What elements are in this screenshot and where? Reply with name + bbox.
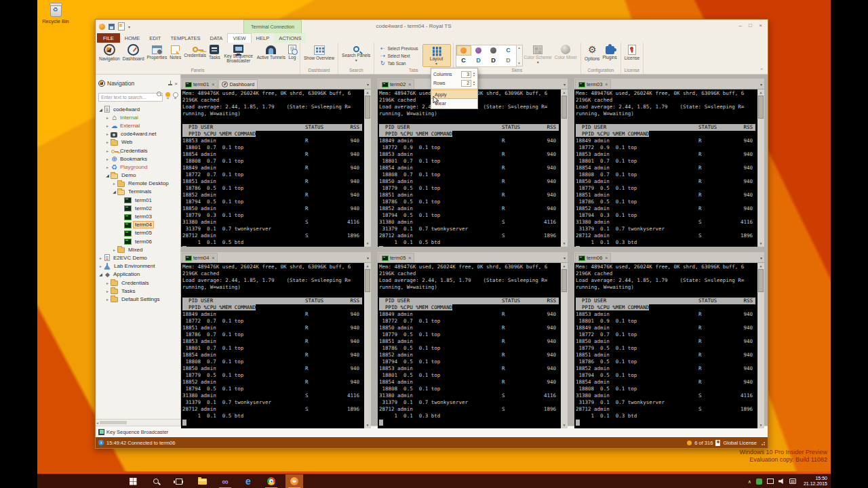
ribbon-tab-home[interactable]: HOME	[120, 33, 145, 43]
skin-swatch-6[interactable]: D	[472, 56, 486, 65]
tree-item-remote-desktop[interactable]: ▸Remote Desktop	[96, 180, 180, 188]
save-icon[interactable]	[108, 24, 115, 30]
expander-icon[interactable]: ▸	[104, 281, 111, 285]
tab-term05[interactable]: term05×	[378, 253, 414, 262]
tree-item-term04[interactable]: term04	[96, 221, 180, 229]
expander-icon[interactable]: ◢	[98, 107, 104, 112]
layout-button[interactable]: Layout ▾	[422, 44, 451, 67]
scroll-thumb[interactable]	[561, 96, 567, 119]
expander-icon[interactable]: ▸	[104, 165, 111, 169]
color-scheme-button[interactable]: Color Scheme ▾	[523, 43, 553, 67]
tree-item-playground[interactable]: ▸♻Playground	[96, 163, 180, 171]
scroll-down-icon[interactable]: ▼	[366, 422, 368, 428]
expander-icon[interactable]: ▸	[104, 289, 111, 293]
tree-item-tasks[interactable]: ▸Tasks	[96, 287, 180, 295]
tab-term03[interactable]: term03×	[575, 79, 611, 89]
scroll-up-icon[interactable]: ▲	[366, 89, 368, 96]
bulb-off-icon[interactable]	[172, 92, 178, 100]
close-icon[interactable]: ×	[174, 81, 178, 87]
taskbar-task-view[interactable]	[170, 474, 188, 488]
taskbar-clock[interactable]: 15:50 21.12.2015	[804, 476, 829, 487]
license-button[interactable]: License	[623, 43, 641, 67]
scrollbar[interactable]: ▲▼	[757, 263, 764, 428]
ribbon-tab-edit[interactable]: EDIT	[144, 33, 165, 43]
navigation-button[interactable]: Navigation	[98, 43, 121, 67]
tree-item-lab-environment[interactable]: ▸Lab Environment	[96, 262, 180, 270]
active-tunnels-button[interactable]: Active Tunnels	[256, 43, 287, 67]
app-icon[interactable]	[99, 24, 105, 30]
scroll-thumb[interactable]	[758, 269, 764, 292]
log-button[interactable]: Log	[287, 43, 298, 67]
minimize-button[interactable]: –	[735, 21, 745, 30]
tab-term01[interactable]: term01×	[182, 79, 218, 89]
tree-item-credentials[interactable]: ▸Credentials	[96, 146, 180, 155]
tab-list-caret-icon[interactable]: ▾	[367, 256, 369, 260]
ribbon-tab-help[interactable]: HELP	[252, 33, 275, 43]
scroll-down-icon[interactable]: ▼	[563, 241, 565, 247]
tree-item-code4ward-net[interactable]: ▸code4ward.net	[96, 130, 180, 138]
ribbon-tab-view[interactable]: VIEW	[227, 33, 251, 43]
scroll-up-icon[interactable]: ▲	[760, 263, 762, 269]
close-icon[interactable]: ×	[212, 256, 214, 260]
close-icon[interactable]: ×	[408, 82, 411, 87]
qat-caret-icon[interactable]: ▾	[128, 24, 130, 29]
scroll-thumb[interactable]	[365, 96, 370, 119]
tab-term06[interactable]: term06×	[575, 253, 611, 262]
ribbon-tab-actions[interactable]: ACTIONS	[274, 33, 306, 43]
scrollbar[interactable]: ▲▼	[757, 89, 764, 247]
show-overview-button[interactable]: Show Overview	[302, 43, 336, 67]
expander-icon[interactable]: ◢	[111, 189, 117, 194]
tree-item-application[interactable]: ◢◆Application	[96, 270, 180, 279]
plugins-button[interactable]: Plugins	[601, 43, 618, 67]
scroll-thumb[interactable]	[561, 269, 567, 292]
tree-item-internal[interactable]: ▸⌂Internal	[96, 113, 180, 121]
dashboard-button[interactable]: Dashboard	[121, 43, 146, 67]
taskbar-start[interactable]	[124, 474, 142, 488]
tree-item-term02[interactable]: term02	[96, 204, 180, 212]
scroll-down-icon[interactable]: ▼	[517, 62, 520, 65]
collapse-ribbon-icon[interactable]: ⌃	[760, 68, 764, 73]
skin-swatch-7[interactable]: D	[487, 56, 500, 65]
tree-item-term03[interactable]: term03	[96, 212, 180, 220]
terminal-term06[interactable]: Mem: 489476K used, 26024K free, 0K shrd,…	[574, 263, 764, 428]
messages-icon[interactable]	[789, 479, 796, 484]
scrollbar[interactable]: ▲▼	[364, 263, 371, 428]
tree-item-mixed[interactable]: ▸Mixed	[96, 245, 180, 253]
tab-scan-button[interactable]: ↻Tab Scan	[378, 60, 419, 67]
taskbar-search[interactable]	[147, 474, 165, 488]
rows-stepper[interactable]: 2	[461, 80, 471, 87]
scroll-up-icon[interactable]: ▲	[563, 89, 565, 96]
tree-item-default-settings[interactable]: ▸Default Settings	[96, 295, 180, 303]
tree-item-term05[interactable]: term05	[96, 229, 180, 237]
expander-icon[interactable]: ◢	[98, 272, 104, 277]
scroll-thumb[interactable]	[100, 421, 127, 424]
skin-swatch-5[interactable]: C	[457, 56, 471, 65]
tree-item-web[interactable]: ▸Web	[96, 138, 180, 146]
scroll-down-icon[interactable]: ▼	[760, 241, 762, 247]
tree-item-terminals[interactable]: ◢Terminals	[96, 188, 180, 196]
expander-icon[interactable]: ▸	[98, 256, 104, 260]
horizontal-scrollbar[interactable]	[96, 419, 180, 426]
scroll-down-icon[interactable]: ▼	[563, 422, 565, 428]
tab-list-caret-icon[interactable]: ▾	[564, 256, 566, 260]
tab-term04[interactable]: term04×	[182, 253, 218, 262]
tree-item-bookmarks[interactable]: ▸⊕Bookmarks	[96, 155, 180, 163]
skin-swatch-1[interactable]	[457, 46, 471, 55]
taskbar-visual-studio[interactable]: ∞	[216, 474, 234, 488]
tree-item-term06[interactable]: term06	[96, 237, 180, 245]
skins-scrollbar[interactable]: ▲▼	[517, 45, 523, 66]
search-panels-button[interactable]: Search Panels ▾	[340, 43, 372, 67]
tasks-button[interactable]: Tasks	[208, 43, 222, 67]
bulb-on-icon[interactable]	[165, 92, 170, 100]
skin-swatch-2[interactable]	[472, 46, 486, 55]
scrollbar[interactable]: ▲▼	[561, 89, 568, 247]
expander-icon[interactable]: ▸	[111, 181, 117, 186]
scroll-up-icon[interactable]: ▲	[366, 263, 368, 269]
terminal-term04[interactable]: Mem: 489476K used, 26024K free, 0K shrd,…	[181, 263, 371, 428]
tab-list-caret-icon[interactable]: ▾	[564, 82, 566, 87]
scroll-up-icon[interactable]: ▲	[563, 263, 565, 269]
resize-grip[interactable]	[760, 440, 765, 445]
scrollbar[interactable]: ▲▼	[561, 263, 568, 428]
taskbar-royal-ts[interactable]	[285, 474, 303, 488]
tab-dashboard[interactable]: Dashboard	[218, 79, 258, 89]
